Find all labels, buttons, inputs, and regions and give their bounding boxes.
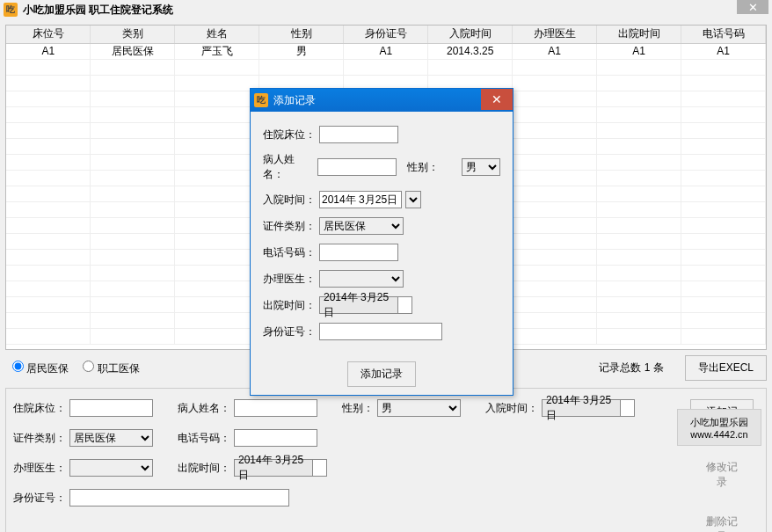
idnum-label: 身份证号： — [13, 491, 66, 506]
cert-label: 证件类别： — [13, 431, 66, 446]
window-close-button[interactable]: ✕ — [737, 0, 768, 14]
delete-record-button[interactable]: 删除记录 — [690, 510, 754, 532]
edit-form: 住院床位： 病人姓名： 性别：男 入院时间： 2014年 3月25日 证件类别：… — [5, 388, 767, 532]
col-header[interactable]: 入院时间 — [428, 26, 513, 43]
table-cell: A1 — [344, 43, 428, 59]
dialog-add-button[interactable]: 添加记录 — [347, 361, 416, 387]
discharge-datepicker[interactable]: 2014年 3月25日 — [234, 459, 327, 477]
name-label: 病人姓名： — [178, 401, 230, 416]
dialog-titlebar[interactable]: 吃 添加记录 ✕ — [251, 89, 513, 112]
col-header[interactable]: 姓名 — [175, 26, 259, 43]
admit-datepicker[interactable]: 2014年 3月25日 — [542, 399, 635, 417]
table-row[interactable]: A1居民医保严玉飞男A12014.3.25A1A1A1 — [6, 43, 766, 59]
d-admit-drop[interactable] — [405, 191, 421, 208]
phone-label: 电话号码： — [178, 431, 230, 446]
gender-label: 性别： — [342, 401, 374, 416]
filter-residents[interactable]: 居民医保 — [12, 361, 69, 376]
record-count: 记录总数 1 条 — [599, 361, 663, 375]
cert-select[interactable]: 居民医保 — [69, 429, 153, 447]
table-row-empty — [6, 59, 766, 75]
d-gender-label: 性别： — [407, 160, 458, 175]
brand-box: 小吃加盟乐园 www.4442.cn — [677, 409, 761, 446]
table-cell: A1 — [681, 43, 766, 59]
dialog-icon: 吃 — [254, 93, 268, 107]
add-record-dialog: 吃 添加记录 ✕ 住院床位： 病人姓名： 性别： 男 入院时间： 证件类别：居民… — [250, 88, 513, 396]
d-bed-input[interactable] — [319, 126, 398, 143]
admit-label: 入院时间： — [485, 401, 538, 416]
dialog-title: 添加记录 — [273, 93, 316, 108]
col-header[interactable]: 类别 — [91, 26, 175, 43]
name-input[interactable] — [234, 399, 317, 417]
col-header[interactable]: 性别 — [259, 26, 344, 43]
col-header[interactable]: 电话号码 — [681, 26, 766, 43]
d-name-label: 病人姓名： — [263, 152, 314, 182]
brand-line2: www.4442.cn — [690, 429, 747, 440]
app-icon: 吃 — [4, 3, 18, 17]
d-admit-input[interactable] — [319, 191, 402, 208]
table-cell: 2014.3.25 — [428, 43, 513, 59]
d-discharge-label: 出院时间： — [263, 298, 316, 313]
discharge-label: 出院时间： — [178, 461, 230, 476]
table-cell: 居民医保 — [91, 43, 175, 59]
brand-line1: 小吃加盟乐园 — [690, 416, 748, 429]
table-cell: 男 — [259, 43, 344, 59]
bed-input[interactable] — [69, 399, 153, 417]
d-cert-label: 证件类别： — [263, 219, 316, 234]
export-excel-button[interactable]: 导出EXECL — [685, 355, 767, 381]
edit-record-button[interactable]: 修改记录 — [690, 455, 754, 494]
d-cert-select[interactable]: 居民医保 — [319, 217, 404, 235]
table-cell: A1 — [6, 43, 91, 59]
table-cell: A1 — [513, 43, 597, 59]
doctor-label: 办理医生： — [13, 461, 66, 476]
gender-select[interactable]: 男 — [377, 399, 461, 417]
d-idnum-input[interactable] — [319, 323, 442, 340]
d-gender-select[interactable]: 男 — [462, 158, 500, 176]
d-idnum-label: 身份证号： — [263, 324, 316, 339]
bed-label: 住院床位： — [13, 401, 66, 416]
filter-workers[interactable]: 职工医保 — [83, 361, 139, 376]
doctor-select[interactable] — [69, 459, 153, 477]
col-header[interactable]: 床位号 — [6, 26, 91, 43]
col-header[interactable]: 出院时间 — [597, 26, 681, 43]
d-phone-input[interactable] — [319, 244, 398, 261]
titlebar: 吃 小吃加盟乐园 职工住院登记系统 ✕ — [0, 0, 772, 19]
col-header[interactable]: 身份证号 — [344, 26, 428, 43]
d-admit-label: 入院时间： — [263, 193, 316, 208]
d-doctor-select[interactable] — [319, 270, 404, 288]
d-name-input[interactable] — [317, 158, 397, 176]
d-phone-label: 电话号码： — [263, 245, 316, 260]
table-cell: A1 — [597, 43, 681, 59]
dialog-close-button[interactable]: ✕ — [481, 89, 513, 110]
table-cell: 严玉飞 — [175, 43, 259, 59]
phone-input[interactable] — [234, 429, 317, 447]
app-title: 小吃加盟乐园 职工住院登记系统 — [23, 3, 173, 18]
d-discharge-datepicker[interactable]: 2014年 3月25日 — [319, 296, 412, 314]
d-doctor-label: 办理医生： — [263, 272, 316, 287]
idnum-input[interactable] — [69, 489, 289, 506]
col-header[interactable]: 办理医生 — [513, 26, 597, 43]
d-bed-label: 住院床位： — [263, 128, 316, 142]
